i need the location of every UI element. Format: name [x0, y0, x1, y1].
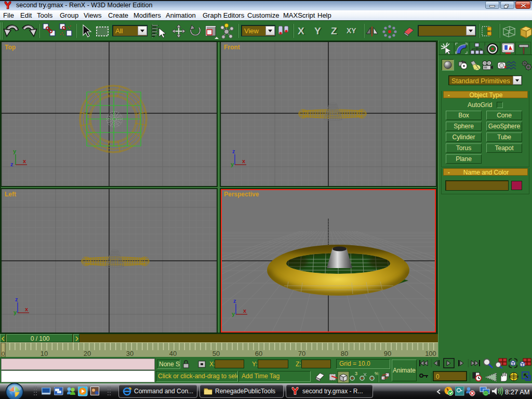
svg-text:10: 10	[41, 350, 48, 357]
svg-text:20: 20	[84, 350, 91, 357]
svg-text:z: z	[15, 296, 18, 302]
svg-text:80: 80	[341, 350, 348, 357]
svg-text:3: 3	[355, 371, 357, 376]
svg-text:x: x	[243, 308, 247, 314]
svg-text:30: 30	[126, 350, 134, 357]
svg-text:0: 0	[436, 373, 440, 380]
svg-text:x: x	[23, 158, 26, 164]
svg-text:x: x	[25, 306, 29, 312]
svg-text:y: y	[232, 311, 235, 317]
svg-text:y: y	[14, 309, 17, 315]
svg-text:y: y	[231, 161, 234, 167]
svg-text:40: 40	[169, 350, 177, 357]
svg-text:x: x	[242, 158, 246, 164]
svg-text:50: 50	[212, 350, 220, 357]
svg-text:100: 100	[425, 350, 436, 357]
svg-text:z: z	[232, 148, 235, 154]
svg-text:60: 60	[255, 350, 262, 357]
svg-text:0: 0	[2, 351, 5, 357]
svg-text:z: z	[10, 161, 14, 167]
svg-text:y: y	[13, 148, 17, 154]
svg-text:z: z	[233, 298, 236, 304]
svg-text:90: 90	[384, 350, 391, 357]
svg-text:70: 70	[298, 350, 305, 357]
